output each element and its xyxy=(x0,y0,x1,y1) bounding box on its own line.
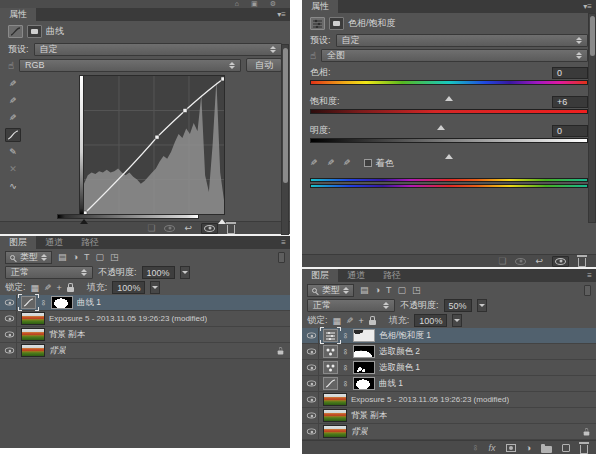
layer-thumbnail[interactable] xyxy=(323,425,347,438)
mask-badge-icon[interactable] xyxy=(329,17,344,30)
selective-color-thumbnail[interactable] xyxy=(323,361,338,374)
layer-row-huesat1[interactable]: ∞ 色相/饱和度 1 xyxy=(302,328,596,344)
layer-name[interactable]: 背景 副本 xyxy=(49,329,85,341)
layer-name[interactable]: 背景 副本 xyxy=(351,410,387,422)
visibility-eye-icon[interactable] xyxy=(306,333,315,339)
mask-link-icon[interactable]: ∞ xyxy=(39,299,48,306)
lock-all-icon[interactable] xyxy=(67,287,74,292)
fill-value[interactable]: 100% xyxy=(414,314,447,327)
tab-layers[interactable]: 图层 xyxy=(302,269,338,282)
curves-grid[interactable] xyxy=(83,75,225,215)
layer-name[interactable]: 选取颜色 2 xyxy=(379,346,420,358)
new-adjustment-icon[interactable]: ◑ xyxy=(526,443,531,453)
delete-adjustment-icon[interactable] xyxy=(227,225,235,234)
delete-adjustment-icon[interactable] xyxy=(578,258,586,267)
layer-name[interactable]: 曲线 1 xyxy=(379,378,403,390)
tab-paths[interactable]: 路径 xyxy=(374,269,410,282)
layers-menu-icon[interactable]: ≡ xyxy=(281,236,290,249)
link-layers-icon[interactable]: ∞ xyxy=(471,444,480,451)
layer-row-exposure[interactable]: Exposure 5 - 2013.11.05 19:26:23 (modifi… xyxy=(302,392,596,408)
filter-adjustment-icon[interactable]: ◑ xyxy=(73,252,78,262)
layer-mask-thumbnail[interactable] xyxy=(353,345,375,358)
layer-row-bg-copy[interactable]: 背景 副本 xyxy=(302,408,596,424)
tab-properties[interactable]: 属性 xyxy=(0,8,36,21)
eyedropper-icon[interactable]: ✎ xyxy=(310,158,318,168)
filter-type-icon[interactable]: T xyxy=(84,252,90,262)
opacity-value[interactable]: 100% xyxy=(142,266,175,279)
filter-switch[interactable] xyxy=(278,252,285,263)
layer-row-background[interactable]: 背景 xyxy=(302,424,596,440)
tab-channels[interactable]: 通道 xyxy=(338,269,374,282)
layer-row-curves1[interactable]: ∞ 曲线 1 xyxy=(0,295,290,311)
previous-state-icon[interactable] xyxy=(164,225,175,232)
fill-caret[interactable] xyxy=(452,314,462,327)
colorize-checkbox[interactable] xyxy=(364,159,372,167)
lightness-value-input[interactable]: 0 xyxy=(552,125,588,137)
lightness-slider-marker[interactable] xyxy=(445,144,453,154)
layer-thumbnail[interactable] xyxy=(21,312,45,325)
curve-display-options-icon[interactable]: ∿ xyxy=(9,181,17,191)
blend-mode-dropdown[interactable]: 正常 xyxy=(307,299,395,312)
layer-row-selective2[interactable]: ∞ 选取颜色 2 xyxy=(302,344,596,360)
visibility-eye-icon[interactable] xyxy=(306,413,315,419)
properties-scrollbar[interactable] xyxy=(588,13,596,223)
new-layer-icon[interactable] xyxy=(562,444,570,452)
fill-value[interactable]: 100% xyxy=(112,281,145,294)
new-group-icon[interactable] xyxy=(541,446,552,453)
saturation-slider[interactable] xyxy=(310,109,588,121)
visibility-eye-icon[interactable] xyxy=(4,316,13,322)
layer-name[interactable]: 背景 xyxy=(49,345,66,357)
opacity-caret[interactable] xyxy=(477,299,487,312)
lock-transparency-icon[interactable]: ▦ xyxy=(31,283,40,293)
saturation-slider-marker[interactable] xyxy=(437,115,445,125)
targeted-adjustment-icon[interactable]: ☝ xyxy=(310,50,316,61)
visibility-eye-icon[interactable] xyxy=(4,348,13,354)
white-input-slider[interactable] xyxy=(218,219,226,224)
visibility-eye-icon[interactable] xyxy=(306,397,315,403)
filter-adjustment-icon[interactable]: ◑ xyxy=(375,285,380,295)
hue-slider-marker[interactable] xyxy=(445,86,453,96)
layer-name[interactable]: 背景 xyxy=(351,426,368,438)
lightness-slider[interactable] xyxy=(310,138,588,150)
delete-layer-icon[interactable] xyxy=(580,445,588,454)
layer-row-curves1[interactable]: ∞ 曲线 1 xyxy=(302,376,596,392)
visibility-eye-icon[interactable] xyxy=(306,349,315,355)
mask-link-icon[interactable]: ∞ xyxy=(341,380,350,387)
visibility-toggle[interactable] xyxy=(201,223,218,234)
reset-icon[interactable]: ↩ xyxy=(535,256,543,266)
filter-smartobject-icon[interactable]: ◳ xyxy=(412,285,421,295)
scrollbar-thumb[interactable] xyxy=(283,48,288,183)
lock-move-icon[interactable]: + xyxy=(359,316,364,326)
layer-row-background[interactable]: 背景 xyxy=(0,343,290,359)
panel-menu-icon[interactable]: ▾≡ xyxy=(277,8,290,21)
blend-mode-dropdown[interactable]: 正常 xyxy=(5,266,93,279)
scrollbar-thumb[interactable] xyxy=(590,16,595,56)
layer-mask-thumbnail[interactable] xyxy=(353,329,375,342)
lock-paint-icon[interactable]: ✎ xyxy=(44,283,52,293)
tab-properties[interactable]: 属性 xyxy=(302,0,338,13)
layer-style-icon[interactable]: fx xyxy=(489,443,496,453)
visibility-eye-icon[interactable] xyxy=(4,300,13,306)
pencil-tool-icon[interactable]: ✎ xyxy=(9,147,17,157)
home-icon[interactable]: ⌂ xyxy=(235,0,239,8)
layer-name[interactable]: 色相/饱和度 1 xyxy=(379,330,431,342)
targeted-adjustment-icon[interactable]: ☝ xyxy=(8,60,14,71)
hue-slider[interactable] xyxy=(310,80,588,92)
huesat-layer-thumbnail[interactable] xyxy=(323,329,338,342)
layer-name[interactable]: Exposure 5 - 2013.11.05 19:26:23 (modifi… xyxy=(49,314,207,323)
gear-icon[interactable]: ⚙ xyxy=(270,0,276,8)
mask-link-icon[interactable]: ∞ xyxy=(341,364,350,371)
previous-state-icon[interactable] xyxy=(515,258,526,265)
layer-row-bg-copy[interactable]: 背景 副本 xyxy=(0,327,290,343)
mask-link-icon[interactable]: ∞ xyxy=(341,332,350,339)
master-dropdown[interactable]: 全图 xyxy=(321,49,588,62)
visibility-eye-icon[interactable] xyxy=(306,365,315,371)
visibility-eye-icon[interactable] xyxy=(306,381,315,387)
filter-kind-dropdown[interactable]: 类型 xyxy=(307,284,354,297)
auto-button[interactable]: 自动 xyxy=(246,58,282,72)
layer-name[interactable]: Exposure 5 - 2013.11.05 19:26:23 (modifi… xyxy=(351,395,509,404)
curves-layer-thumbnail[interactable] xyxy=(323,377,338,390)
filter-type-icon[interactable]: T xyxy=(386,285,392,295)
layers-menu-icon[interactable]: ≡ xyxy=(587,269,596,282)
opacity-caret[interactable] xyxy=(180,266,190,279)
